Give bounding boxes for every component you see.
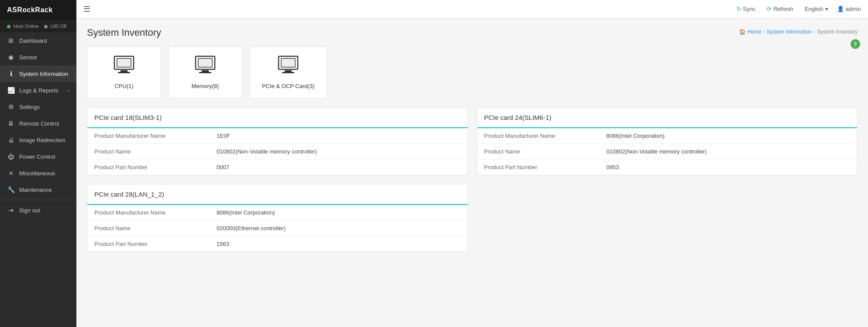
inventory-card-memory[interactable]: Memory(8) (168, 46, 242, 99)
field-name: Product Name (87, 221, 210, 236)
svg-rect-1 (117, 58, 131, 67)
svg-rect-11 (282, 72, 294, 73)
pcie-card-28-table: Product Manufacturer Name 8086(Intel Cor… (87, 205, 468, 252)
svg-rect-6 (202, 70, 209, 72)
pcie-card-24-table: Product Manufacturer Name 8086(Intel Cor… (477, 128, 858, 175)
settings-icon: ⚙ (7, 103, 15, 110)
pcie-card-28: PCIe card 28(LAN_1_2) Product Manufactur… (87, 184, 468, 252)
miscellaneous-icon: ≡ (7, 170, 15, 177)
pcie-row-2: PCIe card 28(LAN_1_2) Product Manufactur… (87, 184, 858, 252)
field-value: 8086(Intel Corporation) (599, 128, 858, 144)
svg-rect-3 (118, 72, 130, 73)
breadcrumb-sep-1: › (763, 29, 765, 35)
sync-icon: ↻ (737, 6, 741, 12)
sidebar-item-sign-out[interactable]: ⇥ Sign out (0, 202, 76, 218)
field-name: Product Manufacturer Name (87, 205, 210, 221)
image-redirection-icon: 🖨 (7, 136, 15, 143)
sensor-icon: ◉ (7, 54, 15, 61)
breadcrumb-system-information[interactable]: System Information (767, 29, 812, 35)
field-name: Product Name (477, 144, 599, 160)
memory-icon (194, 55, 217, 78)
field-value: 0007 (210, 160, 468, 175)
pcie-card-24: PCIe card 24(SLIM6-1) Product Manufactur… (477, 107, 858, 175)
breadcrumb-home-icon: 🏠 (739, 29, 746, 35)
memory-label: Memory(8) (192, 83, 219, 89)
refresh-icon: ⟳ (767, 6, 772, 12)
field-name: Product Part Number (87, 236, 210, 252)
user-menu[interactable]: 👤 admin (837, 6, 861, 12)
svg-rect-5 (198, 58, 212, 67)
sync-button[interactable]: ↻ Sync (734, 4, 758, 14)
field-value: 1563 (210, 236, 468, 252)
field-name: Product Name (87, 144, 210, 160)
remote-control-icon: 🖥 (7, 120, 15, 127)
page-title: System Inventory (87, 27, 161, 38)
table-row: Product Name 010802(Non-Volatile memory … (477, 144, 858, 160)
sidebar-nav: ⊞ Dashboard ◉ Sensor ℹ System Informatio… (0, 32, 76, 327)
maintenance-icon: 🔧 (7, 186, 15, 193)
sidebar-item-miscellaneous[interactable]: ≡ Miscellaneous (0, 165, 76, 181)
inventory-card-pcie[interactable]: PCIe & OCP Card(3) (249, 46, 327, 99)
pcie-card-28-title: PCIe card 28(LAN_1_2) (87, 184, 468, 205)
breadcrumb-home[interactable]: Home (747, 29, 761, 35)
pcie-card-24-title: PCIe card 24(SLIM6-1) (477, 108, 858, 128)
topbar: ☰ ↻ Sync ⟳ Refresh English ▾ 👤 admin (76, 0, 868, 18)
sign-out-icon: ⇥ (7, 207, 15, 214)
sidebar-item-system-information[interactable]: ℹ System Information (0, 65, 76, 82)
sidebar-item-remote-control[interactable]: 🖥 Remote Control (0, 115, 76, 132)
system-information-icon: ℹ (7, 70, 15, 77)
svg-rect-7 (199, 72, 211, 73)
help-button[interactable]: ? (851, 39, 860, 49)
page-header: System Inventory 🏠 Home › System Informa… (87, 27, 858, 38)
uid-status-dot (44, 25, 48, 28)
sidebar: ASRockRack Host Online UID Off ⊞ Dashboa… (0, 0, 76, 327)
cpu-icon (113, 55, 135, 78)
spacer (477, 184, 858, 252)
sidebar-item-sensor[interactable]: ◉ Sensor (0, 49, 76, 65)
sidebar-item-power-control[interactable]: ⏻ Power Control (0, 148, 76, 165)
table-row: Product Manufacturer Name 8086(Intel Cor… (477, 128, 858, 144)
host-status-dot (7, 25, 10, 28)
sidebar-status: Host Online UID Off (0, 20, 76, 32)
dashboard-icon: ⊞ (7, 37, 15, 44)
svg-rect-2 (121, 70, 127, 72)
pcie-card-18-table: Product Manufacturer Name 1E0F Product N… (87, 128, 468, 175)
pcie-label: PCIe & OCP Card(3) (262, 83, 314, 89)
table-row: Product Name 020000(Ethernet controller) (87, 221, 468, 236)
breadcrumb-current: System Inventory (817, 29, 858, 35)
inventory-card-cpu[interactable]: CPU(1) (87, 46, 161, 99)
page-content: System Inventory 🏠 Home › System Informa… (76, 18, 868, 327)
table-row: Product Part Number 1563 (87, 236, 468, 252)
field-name: Product Manufacturer Name (477, 128, 599, 144)
breadcrumb-sep-2: › (813, 29, 815, 35)
topbar-left: ☰ (83, 4, 94, 14)
field-name: Product Part Number (477, 160, 599, 175)
table-row: Product Name 010802(Non-Volatile memory … (87, 144, 468, 160)
hamburger-menu[interactable]: ☰ (83, 4, 90, 14)
field-value: 010802(Non-Volatile memory controller) (210, 144, 468, 160)
svg-rect-9 (281, 58, 295, 67)
language-selector[interactable]: English ▾ (802, 4, 831, 14)
user-icon: 👤 (837, 6, 844, 12)
field-value: 010802(Non-Volatile memory controller) (599, 144, 858, 160)
sidebar-item-logs-reports[interactable]: 📈 Logs & Reports › (0, 82, 76, 99)
topbar-right: ↻ Sync ⟳ Refresh English ▾ 👤 admin (734, 4, 861, 14)
chevron-down-icon: ▾ (825, 6, 828, 12)
pcie-row-1: PCIe card 18(SLIM3-1) Product Manufactur… (87, 107, 858, 175)
cpu-label: CPU(1) (114, 83, 133, 89)
app-logo: ASRockRack (0, 0, 76, 20)
sidebar-item-dashboard[interactable]: ⊞ Dashboard (0, 32, 76, 49)
sidebar-item-image-redirection[interactable]: 🖨 Image Redirection (0, 132, 76, 148)
chevron-right-icon: › (68, 88, 69, 93)
svg-rect-10 (285, 70, 292, 72)
sidebar-item-settings[interactable]: ⚙ Settings (0, 99, 76, 115)
inventory-cards: CPU(1) Memory(8) (87, 46, 858, 99)
field-value: 0953 (599, 160, 858, 175)
pcie-icon (277, 55, 300, 78)
table-row: Product Manufacturer Name 8086(Intel Cor… (87, 205, 468, 221)
field-value: 8086(Intel Corporation) (210, 205, 468, 221)
sidebar-item-maintenance[interactable]: 🔧 Maintenance (0, 181, 76, 198)
breadcrumb: 🏠 Home › System Information › System Inv… (739, 29, 858, 35)
main-content: ☰ ↻ Sync ⟳ Refresh English ▾ 👤 admin S (76, 0, 868, 327)
refresh-button[interactable]: ⟳ Refresh (764, 4, 796, 14)
